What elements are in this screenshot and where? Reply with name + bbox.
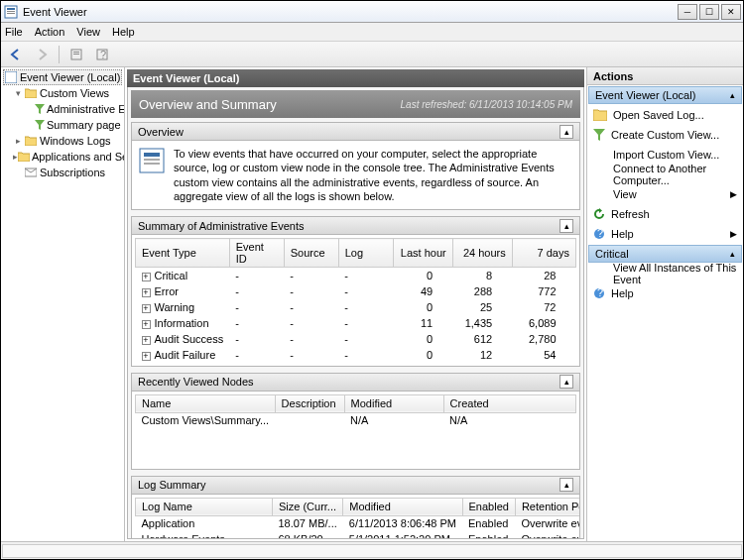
event-viewer-icon <box>4 70 18 84</box>
info-icon <box>138 147 166 174</box>
back-button[interactable] <box>5 45 27 64</box>
folder-icon <box>18 150 30 164</box>
table-row[interactable]: +Audit Success---06122,780 <box>136 331 576 347</box>
title-bar: Event Viewer ─ ☐ ✕ <box>1 1 743 23</box>
actions-group-local: Event Viewer (Local)▴ <box>588 86 742 104</box>
svg-rect-2 <box>7 11 15 12</box>
tree-subscriptions[interactable]: Subscriptions <box>3 165 122 180</box>
table-row[interactable]: +Warning---02572 <box>136 299 576 315</box>
action-item[interactable]: Open Saved Log... <box>587 105 743 125</box>
blank-icon <box>593 188 607 200</box>
table-row[interactable]: +Critical---0828 <box>136 268 576 283</box>
tree-root[interactable]: Event Viewer (Local) <box>3 69 122 85</box>
maximize-button[interactable]: ☐ <box>699 4 719 20</box>
folder-icon <box>24 134 38 148</box>
svg-rect-14 <box>144 163 160 165</box>
tree-custom-views[interactable]: ▾ Custom Views <box>3 85 122 101</box>
help-button[interactable]: ? <box>91 45 113 64</box>
table-row[interactable]: +Audit Failure---01254 <box>136 347 576 363</box>
table-row[interactable]: +Error---49288772 <box>136 283 576 299</box>
expand-icon[interactable]: ▾ <box>13 88 24 98</box>
action-item[interactable]: Create Custom View... <box>587 125 743 145</box>
status-bar <box>1 541 743 559</box>
menu-help[interactable]: Help <box>112 26 135 38</box>
forward-button[interactable] <box>31 45 53 64</box>
expand-icon[interactable]: ▸ <box>13 136 24 146</box>
tree-summary-events[interactable]: Summary page events <box>3 117 122 133</box>
collapse-icon[interactable]: ▴ <box>730 90 735 100</box>
blank-icon <box>593 268 607 280</box>
collapse-icon[interactable]: ▴ <box>559 219 573 233</box>
svg-text:?: ? <box>100 49 106 60</box>
filter-icon <box>35 118 45 132</box>
menu-bar: File Action View Help <box>1 23 743 42</box>
svg-text:?: ? <box>597 228 603 239</box>
filter-icon <box>35 102 45 116</box>
logsum-table[interactable]: Log Name Size (Curr... Modified Enabled … <box>135 498 579 539</box>
svg-rect-12 <box>144 153 160 157</box>
actions-header: Actions <box>587 67 743 85</box>
window-title: Event Viewer <box>23 6 678 18</box>
center-pane: Event Viewer (Local) Overview and Summar… <box>125 67 586 541</box>
action-item[interactable]: View▶ <box>587 184 743 204</box>
tree-pane[interactable]: Event Viewer (Local) ▾ Custom Views Admi… <box>1 67 125 541</box>
minimize-button[interactable]: ─ <box>678 4 697 20</box>
folder-icon <box>24 86 38 100</box>
svg-rect-1 <box>7 8 15 10</box>
table-row[interactable]: Hardware Events68 KB/20 ...5/1/2011 1:52… <box>136 531 580 539</box>
table-row[interactable]: Custom Views\Summary... N/A N/A <box>136 412 576 428</box>
collapse-icon[interactable]: ▴ <box>559 478 573 492</box>
tree-windows-logs[interactable]: ▸ Windows Logs <box>3 133 122 149</box>
menu-file[interactable]: File <box>5 26 23 38</box>
collapse-icon[interactable]: ▴ <box>559 375 573 389</box>
collapse-icon[interactable]: ▴ <box>559 125 573 139</box>
svg-rect-13 <box>144 159 160 161</box>
overview-text: To view events that have occurred on you… <box>174 147 573 203</box>
tree-admin-events[interactable]: Administrative Events <box>3 101 122 117</box>
table-row[interactable]: Application18.07 MB/...6/11/2013 8:06:48… <box>136 515 580 531</box>
horizontal-scrollbar[interactable] <box>2 544 742 558</box>
blank-icon <box>593 168 607 180</box>
table-row[interactable]: +Information---111,4356,089 <box>136 315 576 331</box>
logsum-section: Log Summary▴ Log Name Size (Curr... Modi… <box>131 476 580 539</box>
recent-table[interactable]: Name Description Modified Created Custom… <box>135 394 576 429</box>
svg-rect-3 <box>7 13 15 14</box>
collapse-icon[interactable]: ▴ <box>730 249 735 259</box>
summary-table[interactable]: Event Type Event ID Source Log Last hour… <box>135 238 576 363</box>
tree-app-services[interactable]: ▸ Applications and Services Lo <box>3 149 122 165</box>
actions-pane: Actions Event Viewer (Local)▴ Open Saved… <box>586 67 743 541</box>
blank-icon <box>593 149 607 161</box>
help-icon: ? <box>593 287 605 299</box>
action-item[interactable]: ?Help▶ <box>587 224 743 244</box>
svg-rect-9 <box>5 71 17 83</box>
actions-group-critical: Critical▴ <box>588 245 742 263</box>
folder-icon <box>593 109 607 121</box>
action-item[interactable]: Import Custom View... <box>587 145 743 165</box>
action-item[interactable]: ?Help <box>587 283 743 303</box>
app-icon <box>3 4 19 20</box>
overview-section: Overview▴ To view events that have occur… <box>131 122 580 210</box>
recent-section: Recently Viewed Nodes▴ Name Description … <box>131 373 580 470</box>
refresh-icon <box>593 208 605 220</box>
filter-icon <box>593 129 605 141</box>
svg-text:?: ? <box>597 287 603 298</box>
menu-action[interactable]: Action <box>35 26 65 38</box>
help-icon: ? <box>593 228 605 240</box>
action-item[interactable]: Refresh <box>587 204 743 224</box>
properties-button[interactable] <box>65 45 87 64</box>
action-item[interactable]: View All Instances of This Event <box>587 264 743 283</box>
close-button[interactable]: ✕ <box>721 4 741 20</box>
menu-view[interactable]: View <box>76 26 100 38</box>
summary-section: Summary of Administrative Events▴ Event … <box>131 216 580 367</box>
action-item[interactable]: Connect to Another Computer... <box>587 165 743 184</box>
svg-rect-6 <box>73 54 79 55</box>
toolbar: ? <box>1 42 743 67</box>
overview-header: Overview and Summary Last refreshed: 6/1… <box>131 90 580 118</box>
subscription-icon <box>24 166 38 179</box>
center-header: Event Viewer (Local) <box>127 69 584 87</box>
svg-rect-5 <box>73 52 79 53</box>
